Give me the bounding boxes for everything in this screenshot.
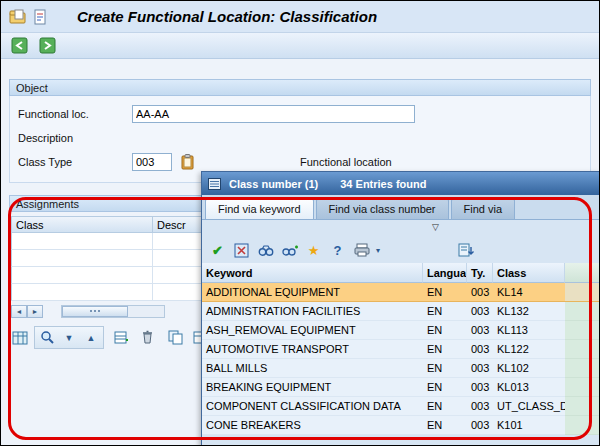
language-cell[interactable]: EN: [423, 378, 467, 397]
language-cell[interactable]: EN: [423, 283, 467, 302]
class-cell[interactable]: KL14: [493, 283, 565, 302]
class-cell[interactable]: K101: [493, 416, 565, 435]
tab-find-via-keyword[interactable]: Find via keyword: [205, 198, 314, 219]
table-row[interactable]: ADDITIONAL EQUIPMENT EN 003 KL14: [202, 283, 600, 302]
keyword-cell[interactable]: COMPONENT CLASSIFICATION DATA: [202, 397, 423, 416]
class-column-header[interactable]: Class: [493, 263, 565, 283]
keyword-cell[interactable]: AUTOMOTIVE TRANSPORT: [202, 340, 423, 359]
keyword-cell[interactable]: BREAKING EQUIPMENT: [202, 378, 423, 397]
table-row[interactable]: BREAKING EQUIPMENT EN 003 KL013: [202, 378, 600, 397]
type-cell[interactable]: 003: [467, 283, 493, 302]
functional-loc-input[interactable]: [132, 105, 415, 123]
binoculars-icon[interactable]: [255, 240, 276, 260]
table-row[interactable]: ADMINISTRATION FACILITIES EN 003 KL132: [202, 302, 600, 321]
table-row[interactable]: AUTOMOTIVE TRANSPORT EN 003 KL122: [202, 340, 600, 359]
class-cell[interactable]: KL113: [493, 321, 565, 340]
filler-cell: [565, 340, 600, 359]
class-cell[interactable]: KL102: [493, 359, 565, 378]
type-cell[interactable]: 003: [467, 302, 493, 321]
copy-table-icon[interactable]: [165, 327, 187, 348]
keyword-column-header[interactable]: Keyword: [202, 263, 423, 283]
object-section-title: Object: [16, 82, 48, 94]
class-type-input[interactable]: [132, 153, 172, 171]
keyword-cell[interactable]: ADDITIONAL EQUIPMENT: [202, 283, 423, 302]
arrow-right-icon[interactable]: [36, 35, 58, 56]
class-column-header[interactable]: Class: [11, 216, 153, 233]
empty-cell[interactable]: [11, 250, 153, 267]
triangle-up-icon[interactable]: ▲: [80, 327, 102, 348]
table-row[interactable]: BALL MILLS EN 003 KL102: [202, 359, 600, 378]
keyword-cell[interactable]: CONE BREAKERS: [202, 416, 423, 435]
results-table-header: Keyword Language Ty. Class: [202, 263, 600, 283]
expand-criteria-icon[interactable]: ▽: [432, 222, 439, 232]
type-column-header[interactable]: Ty.: [467, 263, 493, 283]
entries-found-label: 34 Entries found: [340, 178, 426, 190]
filler-column-header: [565, 263, 600, 283]
keyword-cell[interactable]: BALL MILLS: [202, 359, 423, 378]
filler-cell: [565, 283, 600, 302]
assignments-section-title: Assignments: [16, 198, 79, 210]
scrollbar-thumb[interactable]: [62, 306, 128, 317]
tab-find-via-other[interactable]: Find via: [451, 198, 516, 219]
type-cell[interactable]: 003: [467, 416, 493, 435]
class-cell[interactable]: KL122: [493, 340, 565, 359]
type-cell[interactable]: 003: [467, 321, 493, 340]
list-icon: [208, 178, 221, 190]
keyword-cell[interactable]: ASH_REMOVAL EQUIPMENT: [202, 321, 423, 340]
table-row[interactable]: COMPONENT CLASSIFICATION DATA EN 003 UT_…: [202, 397, 600, 416]
delete-row-icon[interactable]: [136, 327, 158, 348]
class-cell[interactable]: UT_CLASS_DA: [493, 397, 565, 416]
type-cell[interactable]: 003: [467, 397, 493, 416]
document-icon[interactable]: [29, 6, 51, 27]
language-cell[interactable]: EN: [423, 321, 467, 340]
scroll-left-icon[interactable]: ◄: [11, 305, 27, 318]
table-layout-icon[interactable]: [9, 327, 31, 348]
confirm-icon[interactable]: ✔: [207, 240, 228, 260]
type-cell[interactable]: 003: [467, 378, 493, 397]
personal-list-icon[interactable]: [455, 240, 476, 260]
class-cell[interactable]: KL013: [493, 378, 565, 397]
language-column-header[interactable]: Language: [423, 263, 467, 283]
binoculars-plus-icon[interactable]: [279, 240, 300, 260]
empty-cell[interactable]: [11, 233, 153, 250]
filler-cell: [565, 302, 600, 321]
keyword-cell[interactable]: ADMINISTRATION FACILITIES: [202, 302, 423, 321]
table-row[interactable]: ASH_REMOVAL EQUIPMENT EN 003 KL113: [202, 321, 600, 340]
search-icon[interactable]: [36, 327, 58, 348]
dialog-title-bar[interactable]: Class number (1) 34 Entries found: [202, 172, 600, 195]
insert-row-icon[interactable]: [111, 327, 133, 348]
application-toolbar: [1, 33, 599, 59]
scrollbar-track[interactable]: [61, 305, 165, 318]
empty-cell[interactable]: [11, 267, 153, 284]
type-cell[interactable]: 003: [467, 359, 493, 378]
description-row: Description: [14, 126, 586, 150]
language-cell[interactable]: EN: [423, 340, 467, 359]
print-menu-arrow-icon[interactable]: ▾: [376, 246, 380, 255]
class-type-label: Class Type: [14, 156, 132, 168]
page-title: Create Functional Location: Classificati…: [77, 8, 377, 25]
class-number-dialog: Class number (1) 34 Entries found Find v…: [201, 171, 600, 446]
type-cell[interactable]: 003: [467, 340, 493, 359]
arrow-left-icon[interactable]: [8, 35, 30, 56]
empty-cell[interactable]: [11, 284, 153, 301]
class-type-description: Functional location: [300, 156, 392, 168]
dialog-toolbar: ✔ ★: [202, 237, 600, 263]
language-cell[interactable]: EN: [423, 302, 467, 321]
class-cell[interactable]: KL132: [493, 302, 565, 321]
filler-cell: [565, 359, 600, 378]
triangle-down-icon[interactable]: ▼: [58, 327, 80, 348]
language-cell[interactable]: EN: [423, 359, 467, 378]
dialog-title: Class number (1): [229, 178, 318, 190]
scroll-right-icon[interactable]: ►: [27, 305, 43, 318]
cancel-icon[interactable]: [231, 240, 252, 260]
help-search-icon[interactable]: ?: [327, 240, 348, 260]
language-cell[interactable]: EN: [423, 397, 467, 416]
tab-find-via-class-number[interactable]: Find via class number: [316, 198, 449, 219]
results-table: Keyword Language Ty. Class ADDITIONAL EQ…: [202, 263, 600, 435]
print-icon[interactable]: [351, 240, 372, 260]
folder-icon[interactable]: [7, 6, 29, 27]
clipboard-icon[interactable]: [176, 152, 198, 173]
star-icon[interactable]: ★: [303, 240, 324, 260]
table-row[interactable]: CONE BREAKERS EN 003 K101: [202, 416, 600, 435]
language-cell[interactable]: EN: [423, 416, 467, 435]
